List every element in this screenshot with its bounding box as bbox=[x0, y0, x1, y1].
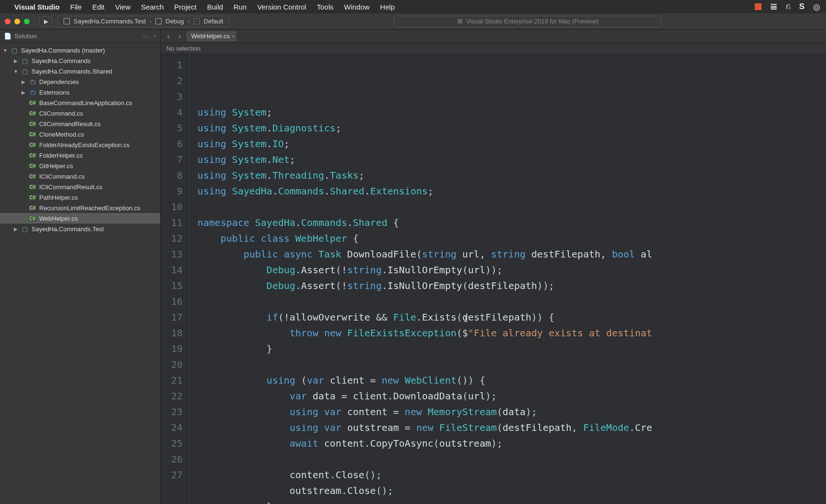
menu-window[interactable]: Window bbox=[344, 3, 370, 11]
tree-item-webhelper-cs[interactable]: C#WebHelper.cs bbox=[0, 213, 160, 224]
menu-tools[interactable]: Tools bbox=[317, 3, 334, 11]
target-icon bbox=[194, 18, 200, 24]
folder-icon: 🗀 bbox=[29, 78, 36, 86]
tree-item-folderalreadyexistsexception-cs[interactable]: C#FolderAlreadyExistsException.cs bbox=[0, 139, 160, 150]
tree-item-clicommandresult-cs[interactable]: C#CliCommandResult.cs bbox=[0, 118, 160, 129]
run-button[interactable]: ▶ bbox=[39, 16, 53, 27]
tree-item-recursionlimitreachedexception-cs[interactable]: C#RecursionLimitReachedException.cs bbox=[0, 203, 160, 213]
tree-item-label: FolderAlreadyExistsException.cs bbox=[39, 141, 130, 149]
sidebar-close-icon[interactable]: × bbox=[153, 33, 156, 40]
code-line[interactable]: using var content = new MemoryStream(dat… bbox=[197, 404, 652, 420]
disclosure-icon[interactable]: ▼ bbox=[13, 69, 18, 74]
run-configuration-breadcrumb[interactable]: SayedHa.Commands.Test › Debug › Default bbox=[57, 16, 229, 27]
code-line[interactable] bbox=[197, 199, 652, 215]
code-line[interactable] bbox=[197, 357, 652, 373]
csharp-file-icon: C# bbox=[29, 111, 36, 116]
tree-item-iclicommand-cs[interactable]: C#ICliCommand.cs bbox=[0, 171, 160, 182]
editor-tab-webhelper[interactable]: WebHelper.cs × bbox=[186, 31, 237, 42]
tree-item-iclicommandresult-cs[interactable]: C#ICliCommandResult.cs bbox=[0, 182, 160, 192]
code-line[interactable]: using (var client = new WebClient()) { bbox=[197, 373, 652, 388]
breadcrumb-navstrip[interactable]: No selection bbox=[161, 43, 826, 54]
solution-sidebar: 📄 Solution ▭ × ▼ ▢ SayedHa.Commands (mas… bbox=[0, 30, 161, 504]
disclosure-icon[interactable]: ▶ bbox=[21, 90, 26, 95]
code-line[interactable] bbox=[197, 451, 652, 467]
code-line[interactable]: public class WebHelper { bbox=[197, 231, 652, 247]
maximize-window-button[interactable] bbox=[24, 19, 30, 24]
tree-item-pathhelper-cs[interactable]: C#PathHelper.cs bbox=[0, 192, 160, 203]
code-line[interactable]: using System.Net; bbox=[197, 152, 652, 168]
tab-close-icon[interactable]: × bbox=[231, 33, 234, 39]
tree-item-sayedha-commands-shared[interactable]: ▼▢SayedHa.Commands.Shared bbox=[0, 66, 160, 76]
config-icon bbox=[155, 18, 162, 24]
menu-search[interactable]: Search bbox=[141, 3, 164, 11]
tree-item-label: SayedHa.Commands.Shared bbox=[32, 68, 112, 75]
code-line[interactable]: outstream.Close(); bbox=[197, 483, 652, 499]
code-line[interactable]: Debug.Assert(!string.IsNullOrEmpty(destF… bbox=[197, 278, 652, 294]
tree-item-clonemethod-cs[interactable]: C#CloneMethod.cs bbox=[0, 129, 160, 139]
tree-item-sayedha-commands[interactable]: ▶▢SayedHa.Commands bbox=[0, 55, 160, 66]
code-editor[interactable]: 1 2 3 4 5 6 7 8 9 10 11 12 13 14 15 16 1… bbox=[161, 54, 826, 504]
code-line[interactable]: if(!allowOverwrite && File.Exists(destFi… bbox=[197, 310, 652, 325]
nav-back-button[interactable]: ‹ bbox=[163, 32, 173, 40]
csharp-file-icon: C# bbox=[29, 184, 36, 190]
tray-s-icon[interactable]: S bbox=[799, 2, 804, 11]
tree-item-clicommand-cs[interactable]: C#CliCommand.cs bbox=[0, 108, 160, 118]
code-line[interactable]: using var outstream = new FileStream(des… bbox=[197, 420, 652, 436]
code-line[interactable]: var data = client.DownloadData(url); bbox=[197, 388, 652, 404]
code-line[interactable]: using System.Threading.Tasks; bbox=[197, 168, 652, 183]
tray-globe-icon[interactable]: 𝌆 bbox=[770, 2, 777, 12]
global-search-box[interactable]: ⌘ Visual Studio Enterprise 2019 for Mac … bbox=[394, 16, 662, 27]
tray-dropbox-icon[interactable]: ⎌ bbox=[786, 2, 791, 11]
code-line[interactable]: using System.Diagnostics; bbox=[197, 120, 652, 136]
code-content[interactable]: I using System;using System.Diagnostics;… bbox=[190, 54, 652, 504]
disclosure-icon[interactable]: ▶ bbox=[21, 79, 26, 85]
close-window-button[interactable] bbox=[5, 19, 11, 24]
menu-project[interactable]: Project bbox=[174, 3, 197, 11]
tree-item-label: Dependencies bbox=[39, 78, 79, 86]
code-line[interactable]: } bbox=[197, 341, 652, 357]
sidebar-dock-icon[interactable]: ▭ bbox=[143, 33, 148, 40]
project-icon: ▢ bbox=[21, 68, 29, 75]
code-line[interactable]: Debug.Assert(!string.IsNullOrEmpty(url))… bbox=[197, 262, 652, 278]
menu-edit[interactable]: Edit bbox=[92, 3, 105, 11]
tree-item-extensions[interactable]: ▶🗀Extensions bbox=[0, 87, 160, 97]
tray-recording-icon[interactable] bbox=[755, 3, 761, 10]
csharp-file-icon: C# bbox=[29, 153, 36, 158]
code-line[interactable] bbox=[197, 294, 652, 310]
menu-file[interactable]: File bbox=[70, 3, 82, 11]
code-line[interactable]: content.Close(); bbox=[197, 467, 652, 483]
solution-root[interactable]: ▼ ▢ SayedHa.Commands (master) bbox=[0, 45, 160, 55]
code-line[interactable]: using SayedHa.Commands.Shared.Extensions… bbox=[197, 183, 652, 199]
disclosure-icon[interactable]: ▶ bbox=[13, 58, 18, 64]
tree-item-githelper-cs[interactable]: C#GitHelper.cs bbox=[0, 161, 160, 171]
tree-item-dependencies[interactable]: ▶🗀Dependencies bbox=[0, 76, 160, 87]
folder-icon: 🗀 bbox=[29, 89, 36, 96]
menu-help[interactable]: Help bbox=[380, 3, 395, 11]
minimize-window-button[interactable] bbox=[14, 19, 20, 24]
csharp-file-icon: C# bbox=[29, 163, 36, 169]
tree-item-label: PathHelper.cs bbox=[39, 194, 78, 201]
editor-area: ‹ › WebHelper.cs × No selection 1 2 3 4 … bbox=[161, 30, 826, 504]
code-line[interactable]: await content.CopyToAsync(outstream); bbox=[197, 436, 652, 451]
tree-item-basecommandlineapplication-cs[interactable]: C#BaseCommandLineApplication.cs bbox=[0, 97, 160, 108]
csharp-file-icon: C# bbox=[29, 132, 36, 137]
tray-cc-icon[interactable]: ◎ bbox=[813, 2, 820, 12]
tree-item-folderhelper-cs[interactable]: C#FolderHelper.cs bbox=[0, 150, 160, 161]
code-line[interactable]: using System; bbox=[197, 105, 652, 120]
menu-run[interactable]: Run bbox=[234, 3, 247, 11]
menu-view[interactable]: View bbox=[115, 3, 130, 11]
code-line[interactable]: public async Task DownloadFile(string ur… bbox=[197, 247, 652, 262]
csharp-file-icon: C# bbox=[29, 216, 36, 221]
code-line[interactable]: using System.IO; bbox=[197, 136, 652, 152]
code-line[interactable]: } bbox=[197, 499, 652, 504]
tree-item-sayedha-commands-test[interactable]: ▶▢SayedHa.Commands.Test bbox=[0, 224, 160, 234]
menu-build[interactable]: Build bbox=[207, 3, 223, 11]
app-name[interactable]: Visual Studio bbox=[14, 3, 60, 11]
code-line[interactable]: namespace SayedHa.Commands.Shared { bbox=[197, 215, 652, 231]
nav-forward-button[interactable]: › bbox=[175, 32, 185, 40]
disclosure-icon[interactable]: ▶ bbox=[13, 226, 18, 232]
menu-version-control[interactable]: Version Control bbox=[257, 3, 306, 11]
code-line[interactable]: throw new FileExistsException($"File alr… bbox=[197, 325, 652, 341]
tree-item-label: RecursionLimitReachedException.cs bbox=[39, 204, 141, 212]
solution-icon: ▢ bbox=[11, 47, 18, 54]
